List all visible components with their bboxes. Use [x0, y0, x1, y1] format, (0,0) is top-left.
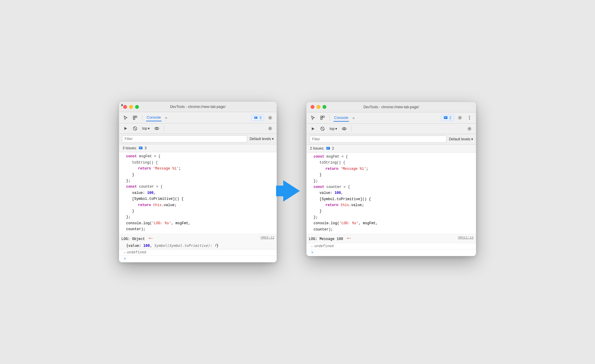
- code-line-8: [Symbol.toPrimitive]() {: [126, 196, 274, 202]
- layers-icon-after[interactable]: [319, 114, 326, 121]
- console-tab-before[interactable]: Console: [146, 114, 162, 121]
- code-line-a5: };: [314, 178, 474, 184]
- toolbar-after: Console » 2: [306, 112, 476, 124]
- issues-count-before: 3: [259, 116, 262, 120]
- toolbar-separator-1: [142, 115, 143, 121]
- issues-bar-count-after: 2: [332, 146, 334, 150]
- filter-row-before: Default levels ▾: [119, 134, 277, 144]
- code-line-12: console.log('LOG: %s', msgFmt,: [126, 220, 274, 226]
- red-arrow-after: ←: [347, 235, 351, 242]
- maximize-button-before[interactable]: [135, 105, 139, 109]
- console-tab-after[interactable]: Console: [333, 114, 349, 122]
- issues-bar-label-after: 2 Issues:: [310, 146, 324, 150]
- code-line-11: };: [126, 214, 274, 220]
- code-line-7: value: 100,: [126, 190, 274, 196]
- more-tabs-before[interactable]: »: [164, 115, 168, 120]
- log-output-content-before: LOG: Object ←: [121, 235, 261, 242]
- code-line-3: return 'Message %i';: [126, 166, 274, 172]
- console-toolbar2-after: top ▾: [306, 124, 476, 134]
- code-line-13: counter);: [126, 226, 274, 232]
- maximize-button-after[interactable]: [322, 105, 326, 109]
- top-selector-after[interactable]: top ▾: [328, 126, 338, 131]
- svg-point-15: [459, 117, 461, 119]
- settings-icon-before[interactable]: [267, 125, 274, 132]
- code-line-a9: return this.value;: [314, 202, 474, 208]
- svg-point-18: [469, 119, 470, 120]
- layers-icon[interactable]: [131, 114, 139, 121]
- close-button-after[interactable]: [311, 105, 314, 109]
- prompt-line-after: >: [306, 249, 476, 256]
- title-bar-before: DevTools - chrome://new-tab-page/: [119, 102, 277, 112]
- svg-rect-14: [444, 116, 447, 119]
- log-link-before[interactable]: VM93:12: [261, 235, 274, 240]
- cursor-icon-after[interactable]: [309, 114, 317, 121]
- code-line-a3: return 'Message %i';: [314, 166, 474, 172]
- more-tabs-after[interactable]: »: [351, 115, 356, 121]
- cursor-icon[interactable]: [122, 114, 129, 121]
- stop-icon-after[interactable]: [319, 125, 326, 132]
- minimize-button-after[interactable]: [317, 105, 320, 109]
- scene: DevTools - chrome://new-tab-page/ Consol…: [119, 102, 476, 262]
- window-title-after: DevTools - chrome://new-tab-page/: [364, 105, 419, 109]
- title-bar-after: DevTools - chrome://new-tab-page/: [306, 102, 476, 112]
- code-line-a10: }: [314, 208, 474, 214]
- filter-input-before[interactable]: [122, 135, 247, 142]
- play-icon-before[interactable]: [122, 125, 129, 132]
- code-line-4: }: [126, 172, 274, 178]
- code-line-a7: value: 100,: [314, 190, 474, 196]
- svg-point-24: [469, 128, 470, 129]
- prompt-arrow-after: >: [311, 251, 313, 255]
- red-arrow-before: ←: [149, 235, 153, 242]
- issues-bar-after: 2 Issues: 2: [306, 145, 476, 153]
- default-levels-label-after: Default levels: [449, 137, 470, 141]
- svg-point-17: [469, 117, 470, 118]
- eye-icon-after[interactable]: [341, 125, 348, 132]
- top-chevron-before: ▾: [148, 126, 150, 131]
- blue-arrow-shape: [283, 180, 300, 202]
- issues-badge-after[interactable]: 2: [441, 114, 454, 121]
- transition-arrow: [277, 180, 306, 202]
- issues-icon-before: [254, 116, 258, 120]
- undefined-text-after: undefined: [314, 244, 334, 248]
- eye-icon-before[interactable]: [153, 125, 160, 132]
- default-levels-before[interactable]: Default levels ▾: [250, 137, 274, 141]
- top-selector-before[interactable]: top ▾: [141, 126, 151, 131]
- svg-marker-19: [312, 127, 314, 130]
- code-line-1: ▶ const msgFmt = {: [126, 153, 274, 159]
- more-button-after[interactable]: [466, 114, 473, 121]
- default-levels-after[interactable]: Default levels ▾: [449, 137, 473, 141]
- settings-icon-after[interactable]: [466, 125, 473, 132]
- default-levels-chevron-after: ▾: [471, 137, 473, 141]
- prompt-line-before: >: [119, 255, 277, 262]
- filter-input-after[interactable]: [309, 136, 447, 143]
- svg-rect-2: [133, 118, 135, 120]
- code-line-a2: toString() {: [314, 160, 474, 166]
- toolbar-separator-2-before: [164, 125, 164, 131]
- issues-bar-before: 3 Issues: 3: [119, 144, 277, 152]
- log-link-after[interactable]: VM211:12: [458, 235, 474, 240]
- console-content-after: ▶ const msgFmt = { toString() { return '…: [306, 153, 476, 256]
- log-text-before: LOG: Object: [121, 237, 145, 241]
- gear-button-after[interactable]: [456, 114, 464, 121]
- svg-line-21: [321, 127, 324, 130]
- code-line-10: }: [126, 208, 274, 214]
- top-chevron-after: ▾: [335, 127, 337, 131]
- undefined-line-after: ← undefined: [306, 243, 476, 249]
- close-button-before[interactable]: [123, 105, 127, 109]
- code-line-a4: }: [314, 172, 474, 178]
- stop-icon-before[interactable]: [131, 125, 139, 132]
- issues-icon-after: [444, 116, 448, 120]
- play-icon-after[interactable]: [309, 125, 317, 132]
- code-line-6: const counter = {: [126, 184, 274, 190]
- toolbar-separator-2-after: [351, 126, 352, 132]
- gear-button-before[interactable]: [267, 114, 274, 121]
- issues-badge-before[interactable]: 3: [251, 114, 264, 121]
- code-block-before: ▶ const msgFmt = { toString() { return '…: [119, 152, 277, 233]
- minimize-button-before[interactable]: [129, 105, 133, 109]
- log-detail-text-before: {value: 100, Symbol(Symbol.toPrimitive):…: [126, 244, 219, 248]
- code-line-2: toString() {: [126, 160, 274, 166]
- code-line-a11: };: [314, 214, 474, 220]
- code-line-a1: ▶ const msgFmt = {: [314, 154, 474, 160]
- top-label-before: top: [142, 126, 147, 131]
- svg-rect-0: [133, 116, 135, 117]
